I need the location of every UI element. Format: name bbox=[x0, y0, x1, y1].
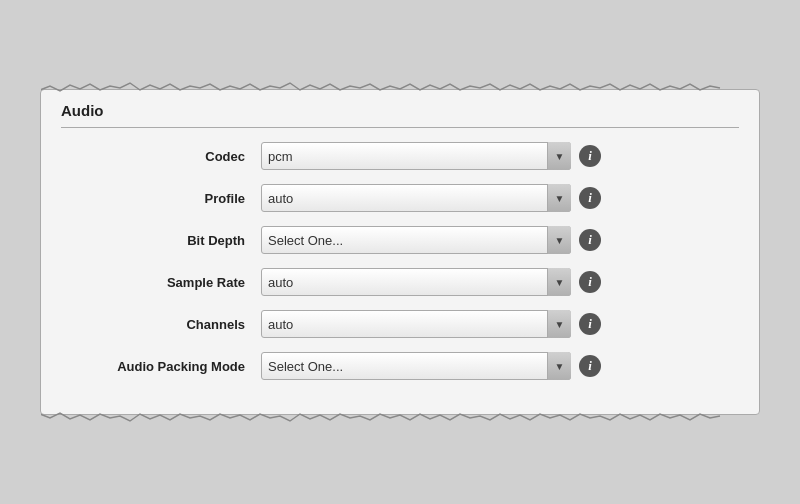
sample-rate-select-wrapper: auto 44100 48000 96000 ▼ bbox=[261, 268, 571, 296]
audio-packing-mode-select[interactable]: Select One... normal packed bbox=[261, 352, 571, 380]
codec-label: Codec bbox=[61, 149, 261, 164]
audio-packing-mode-select-wrapper: Select One... normal packed ▼ bbox=[261, 352, 571, 380]
audio-packing-mode-label: Audio Packing Mode bbox=[61, 359, 261, 374]
profile-control-wrap: auto baseline main high ▼ i bbox=[261, 184, 601, 212]
bit-depth-select-wrapper: Select One... 8 16 24 32 ▼ bbox=[261, 226, 571, 254]
sample-rate-select[interactable]: auto 44100 48000 96000 bbox=[261, 268, 571, 296]
channels-select-wrapper: auto 1 2 6 ▼ bbox=[261, 310, 571, 338]
codec-select[interactable]: pcm aac mp3 ac3 bbox=[261, 142, 571, 170]
profile-select-wrapper: auto baseline main high ▼ bbox=[261, 184, 571, 212]
bit-depth-select[interactable]: Select One... 8 16 24 32 bbox=[261, 226, 571, 254]
profile-select[interactable]: auto baseline main high bbox=[261, 184, 571, 212]
codec-row: Codec pcm aac mp3 ac3 ▼ i bbox=[61, 142, 739, 170]
channels-select[interactable]: auto 1 2 6 bbox=[261, 310, 571, 338]
channels-row: Channels auto 1 2 6 ▼ i bbox=[61, 310, 739, 338]
audio-panel: Audio Codec pcm aac mp3 ac3 ▼ i Profile … bbox=[40, 89, 760, 415]
channels-info-icon[interactable]: i bbox=[579, 313, 601, 335]
audio-packing-mode-row: Audio Packing Mode Select One... normal … bbox=[61, 352, 739, 380]
sample-rate-label: Sample Rate bbox=[61, 275, 261, 290]
sample-rate-control-wrap: auto 44100 48000 96000 ▼ i bbox=[261, 268, 601, 296]
audio-packing-mode-info-icon[interactable]: i bbox=[579, 355, 601, 377]
sample-rate-row: Sample Rate auto 44100 48000 96000 ▼ i bbox=[61, 268, 739, 296]
sample-rate-info-icon[interactable]: i bbox=[579, 271, 601, 293]
codec-control-wrap: pcm aac mp3 ac3 ▼ i bbox=[261, 142, 601, 170]
codec-select-wrapper: pcm aac mp3 ac3 ▼ bbox=[261, 142, 571, 170]
channels-label: Channels bbox=[61, 317, 261, 332]
channels-control-wrap: auto 1 2 6 ▼ i bbox=[261, 310, 601, 338]
profile-info-icon[interactable]: i bbox=[579, 187, 601, 209]
bit-depth-label: Bit Depth bbox=[61, 233, 261, 248]
panel-title: Audio bbox=[61, 102, 739, 128]
profile-label: Profile bbox=[61, 191, 261, 206]
bit-depth-row: Bit Depth Select One... 8 16 24 32 ▼ i bbox=[61, 226, 739, 254]
profile-row: Profile auto baseline main high ▼ i bbox=[61, 184, 739, 212]
audio-packing-mode-control-wrap: Select One... normal packed ▼ i bbox=[261, 352, 601, 380]
bit-depth-info-icon[interactable]: i bbox=[579, 229, 601, 251]
bit-depth-control-wrap: Select One... 8 16 24 32 ▼ i bbox=[261, 226, 601, 254]
codec-info-icon[interactable]: i bbox=[579, 145, 601, 167]
